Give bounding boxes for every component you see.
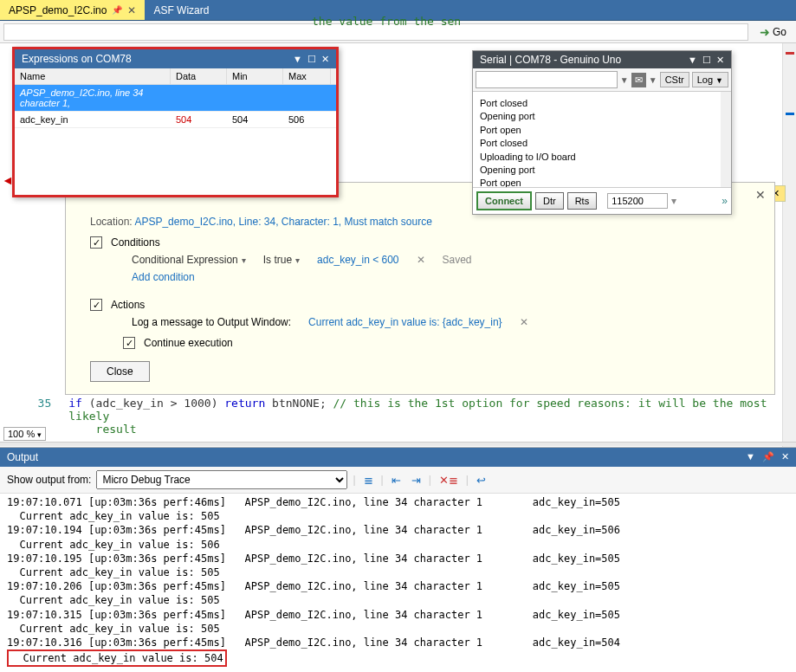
output-source-select[interactable]: Micro Debug Trace	[96, 470, 347, 489]
location-label: Location:	[90, 216, 133, 228]
code-text: (adc_key_in > 1000)	[82, 397, 224, 410]
baud-input[interactable]	[607, 193, 668, 209]
serial-bottom-bar: Connect Dtr Rts ▾ »	[473, 187, 731, 214]
go-label: Go	[773, 26, 786, 38]
maximize-icon[interactable]: ☐	[307, 54, 316, 65]
dropdown-label: Conditional Expression	[132, 254, 238, 266]
cell-min: 504	[227, 112, 283, 127]
comment: result	[96, 423, 137, 436]
dtr-button[interactable]: Dtr	[535, 192, 564, 210]
cell-name: APSP_demo_I2C.ino, line 34 character 1,	[15, 85, 171, 111]
cstr-button[interactable]: CStr	[660, 72, 689, 87]
header-data[interactable]: Data	[171, 68, 227, 84]
conditions-label: Conditions	[111, 236, 160, 249]
output-line: 19:07:10.195 [up:03m:36s perf:45ms] APSP…	[7, 552, 620, 565]
condition-type-dropdown[interactable]: Conditional Expression ▾	[132, 254, 246, 266]
panel-title: Serial | COM78 - Genuino Uno	[480, 54, 621, 66]
close-button[interactable]: Close	[90, 361, 150, 382]
output-line: 19:07:10.316 [up:03m:36s perf:45ms] APSP…	[7, 636, 620, 649]
dropdown-icon[interactable]: ▼	[293, 54, 302, 65]
serial-line: Port closed	[480, 97, 714, 110]
keyword: return	[224, 397, 265, 410]
serial-panel: Serial | COM78 - Genuino Uno ▼ ☐ ✕ ▼ ✉ ▼…	[472, 50, 732, 215]
condition-expression[interactable]: adc_key_in < 600	[317, 254, 398, 266]
panel-title: Output	[7, 451, 38, 463]
rts-button[interactable]: Rts	[567, 192, 598, 210]
wrap-icon[interactable]: ↩	[474, 474, 489, 487]
add-condition-link[interactable]: Add condition	[132, 271, 195, 283]
serial-titlebar[interactable]: Serial | COM78 - Genuino Uno ▼ ☐ ✕	[473, 51, 731, 68]
code-line: 35 if (adc_key_in > 1000) return btnNONE…	[26, 397, 796, 436]
dropdown-icon[interactable]: ▼	[688, 55, 697, 66]
tab-label: ASF Wizard	[153, 4, 209, 16]
actions-checkbox[interactable]	[90, 299, 102, 311]
splitter[interactable]	[0, 442, 796, 446]
cell-name: adc_key_in	[15, 112, 171, 127]
cell-data: 504	[171, 112, 227, 127]
serial-line: Port open	[480, 177, 714, 187]
tab-active[interactable]: APSP_demo_I2C.ino 📌 ✕	[0, 0, 145, 20]
close-icon[interactable]: ✕	[321, 54, 329, 65]
expressions-headers: Name Data Min Max	[15, 68, 336, 85]
output-toolbar: Show output from: Micro Debug Trace | ≣ …	[0, 467, 796, 494]
indent-right-icon[interactable]: ⇥	[409, 474, 424, 487]
condition-check-dropdown[interactable]: Is true ▾	[263, 254, 300, 266]
log-label: Log	[697, 74, 713, 85]
code-fragment: the value from the sen	[312, 15, 461, 28]
keyword: if	[68, 397, 82, 410]
cell-min	[227, 85, 283, 111]
conditions-checkbox[interactable]	[90, 236, 102, 249]
expressions-panel: Expressions on COM78 ▼ ☐ ✕ Name Data Min…	[12, 47, 339, 197]
continue-checkbox[interactable]	[123, 337, 135, 349]
toolbar-btn[interactable]: ≣	[361, 474, 376, 487]
close-icon[interactable]: ✕	[127, 4, 136, 16]
continue-label: Continue execution	[144, 337, 233, 349]
serial-combo[interactable]	[476, 71, 618, 88]
close-icon[interactable]: ✕	[781, 451, 789, 463]
location-link[interactable]: APSP_demo_I2C.ino, Line: 34, Character: …	[134, 216, 432, 228]
actions-label: Actions	[111, 299, 145, 311]
output-text[interactable]: 19:07:10.071 [up:03m:36s perf:46ms] APSP…	[0, 494, 796, 669]
pin-icon[interactable]: 📌	[112, 5, 122, 15]
close-icon[interactable]: ✕	[755, 188, 766, 202]
dropdown-icon[interactable]: ▼	[746, 451, 755, 463]
pin-icon[interactable]: 📌	[762, 451, 774, 463]
chevron-down-icon[interactable]: ▼	[649, 75, 657, 85]
indent-left-icon[interactable]: ⇤	[389, 474, 404, 487]
header-max[interactable]: Max	[283, 68, 331, 84]
chevron-down-icon: ▾	[37, 430, 42, 439]
clear-icon[interactable]: ✕≣	[437, 474, 461, 487]
remove-condition-icon[interactable]: ✕	[417, 254, 425, 266]
go-button[interactable]: ➜ Go	[754, 23, 793, 42]
header-min[interactable]: Min	[227, 68, 283, 84]
mail-icon[interactable]: ✉	[631, 73, 646, 87]
close-icon[interactable]: ✕	[716, 55, 724, 66]
remove-action-icon[interactable]: ✕	[520, 316, 528, 328]
scrollbar-vertical[interactable]	[782, 43, 796, 447]
saved-label: Saved	[443, 254, 472, 266]
table-row[interactable]: adc_key_in 504 504 506	[15, 112, 336, 128]
arrow-right-icon: ➜	[760, 25, 770, 39]
output-titlebar[interactable]: Output ▼ 📌 ✕	[0, 448, 796, 467]
cell-data	[171, 85, 227, 111]
output-line: Current adc_key_in value is: 505	[7, 594, 220, 606]
chevron-down-icon[interactable]: ▾	[671, 195, 676, 207]
log-button[interactable]: Log ▼	[692, 72, 728, 87]
scroll-marker	[786, 52, 794, 55]
output-line: Current adc_key_in value is: 505	[7, 623, 220, 635]
zoom-combo[interactable]: 100 % ▾	[3, 427, 46, 441]
chevron-right-icon[interactable]: »	[722, 195, 728, 207]
tab-inactive[interactable]: ASF Wizard	[145, 0, 217, 20]
dropdown-label: Is true	[263, 254, 292, 266]
table-row[interactable]: APSP_demo_I2C.ino, line 34 character 1,	[15, 85, 336, 112]
scroll-marker	[786, 113, 794, 115]
output-line: 19:07:10.315 [up:03m:36s perf:45ms] APSP…	[7, 609, 620, 621]
zoom-control: 100 % ▾	[3, 427, 46, 441]
expressions-titlebar[interactable]: Expressions on COM78 ▼ ☐ ✕	[15, 49, 336, 68]
header-name[interactable]: Name	[15, 68, 171, 84]
chevron-down-icon[interactable]: ▼	[620, 75, 629, 85]
log-message-value[interactable]: Current adc_key_in value is: {adc_key_in…	[308, 316, 502, 328]
connect-button[interactable]: Connect	[476, 191, 532, 210]
maximize-icon[interactable]: ☐	[702, 55, 711, 66]
panel-title: Expressions on COM78	[22, 53, 132, 65]
